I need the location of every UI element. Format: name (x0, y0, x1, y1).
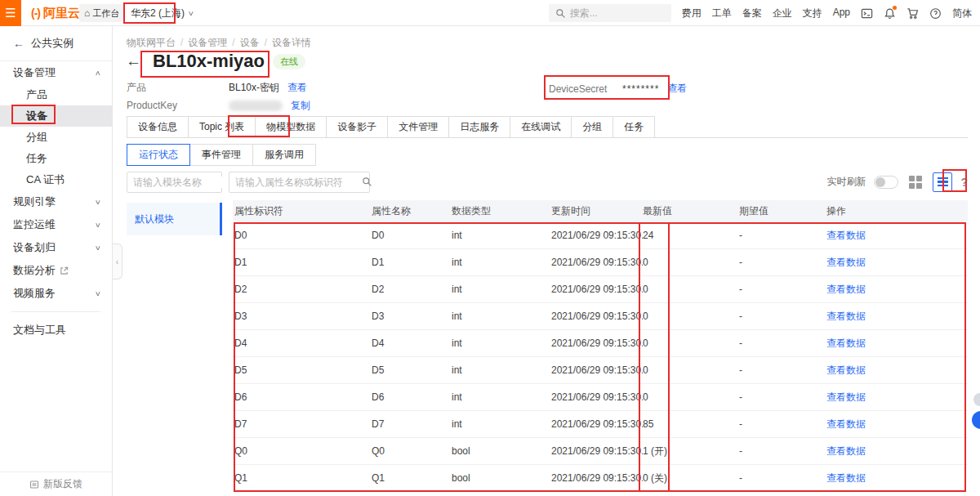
search-icon[interactable] (362, 177, 372, 187)
devicesecret-row: DeviceSecret ******** 查看 (549, 82, 687, 96)
realtime-refresh-label: 实时刷新 (826, 175, 866, 189)
language-selector[interactable]: 简体 (952, 7, 972, 20)
tsl-subtabs: 运行状态事件管理服务调用 (127, 144, 316, 166)
view-data-link[interactable]: 查看数据 (826, 472, 866, 484)
tab-item[interactable]: 物模型数据 (255, 116, 327, 138)
product-value: BL10x-密钥 (229, 81, 279, 95)
aliyun-logo-mark-icon: (-) (31, 7, 40, 20)
cell-identifier: Q1 (233, 472, 372, 484)
tab-item[interactable]: 日志服务 (448, 116, 510, 138)
topbar-menu-item[interactable]: 企业 (773, 7, 792, 20)
sidebar-group-monitor-ops[interactable]: 监控运维 ∨ (0, 213, 112, 236)
help-icon[interactable] (929, 7, 942, 20)
devicesecret-view-link[interactable]: 查看 (667, 82, 687, 96)
cell-time: 2021/06/29 09:15:30.678 (551, 257, 643, 268)
table-row: Q1Q1bool2021/06/29 09:15:30.6780 (关)-查看数… (233, 465, 968, 492)
tab-item[interactable]: 设备影子 (326, 116, 388, 138)
back-arrow-icon[interactable]: ← (126, 52, 141, 70)
sidebar-item-device[interactable]: 设备 (0, 105, 112, 127)
chevron-down-icon: ∨ (95, 290, 101, 297)
feedback-icon (29, 480, 39, 489)
view-controls: 实时刷新 ? (826, 172, 968, 192)
col-time: 更新时间 (551, 204, 643, 218)
tab-item[interactable]: 在线调试 (510, 116, 572, 138)
view-data-link[interactable]: 查看数据 (826, 418, 866, 430)
topbar-menu-item[interactable]: App (833, 7, 850, 20)
table-row: D6D6int2021/06/29 09:15:30.6780-查看数据 (233, 384, 968, 411)
cell-type: int (452, 391, 551, 403)
topbar-menu-item[interactable]: 工单 (712, 7, 732, 20)
topbar-menu-item[interactable]: 备案 (742, 7, 762, 20)
breadcrumb-item[interactable]: 设备管理 (188, 37, 227, 48)
view-data-link[interactable]: 查看数据 (826, 337, 866, 349)
productkey-redacted-value (229, 101, 283, 111)
subtab-item[interactable]: 事件管理 (189, 144, 253, 166)
topbar-menu-item[interactable]: 费用 (682, 7, 702, 20)
cell-time: 2021/06/29 09:15:30.678 (551, 284, 643, 295)
cell-identifier: D4 (233, 337, 372, 349)
productkey-label: ProductKey (127, 100, 229, 111)
sidebar-group-data-analysis[interactable]: 数据分析 (0, 259, 112, 282)
product-view-link[interactable]: 查看 (287, 81, 307, 95)
module-search (127, 172, 222, 193)
region-selector[interactable]: 华东2 (上海) ∨ (131, 0, 194, 26)
sidebar-item-ca-cert[interactable]: CA 证书 (0, 169, 112, 190)
breadcrumb-item[interactable]: 设备 (240, 37, 260, 48)
productkey-copy-link[interactable]: 复制 (291, 99, 310, 113)
subtab-item[interactable]: 服务调用 (252, 144, 316, 166)
topbar-menu-item[interactable]: 支持 (803, 7, 822, 20)
sidebar-group-rules-engine[interactable]: 规则引擎 ∨ (0, 190, 112, 213)
view-data-link[interactable]: 查看数据 (826, 364, 866, 376)
table-help-icon[interactable]: ? (960, 176, 968, 189)
workbench-button[interactable]: ⌂ 工作台 (79, 4, 124, 22)
view-data-link[interactable]: 查看数据 (826, 257, 866, 268)
col-latest: 最新值 (643, 204, 739, 218)
back-icon[interactable]: ← (13, 37, 24, 50)
cell-type: int (452, 257, 551, 268)
region-label: 华东2 (上海) (131, 7, 185, 20)
view-data-link[interactable]: 查看数据 (826, 391, 866, 403)
hamburger-menu-icon[interactable]: ☰ (0, 0, 21, 26)
view-data-link[interactable]: 查看数据 (826, 311, 866, 322)
cell-latest: 0 (643, 311, 739, 322)
sidebar-group-device-assign[interactable]: 设备划归 ∨ (0, 236, 112, 259)
sidebar-nav: 设备管理 ∧ 产品 设备 分组 任务 CA 证书 规则引擎 ∨ 监控运维 ∨ 设… (0, 61, 112, 471)
sidebar-group-video-service[interactable]: 视频服务 ∨ (0, 282, 112, 305)
console-terminal-icon[interactable] (861, 7, 873, 20)
tab-item[interactable]: 任务 (612, 116, 655, 138)
sidebar-collapse-handle[interactable]: ‹ (113, 244, 122, 279)
sidebar-group-device-management[interactable]: 设备管理 ∧ (0, 61, 112, 84)
cell-latest: 0 (643, 284, 739, 295)
productkey-row: ProductKey 复制 (127, 96, 310, 114)
global-search[interactable] (549, 4, 671, 22)
sidebar-item-product[interactable]: 产品 (0, 84, 112, 105)
tab-item[interactable]: 文件管理 (387, 116, 449, 138)
property-search-input[interactable] (235, 177, 362, 188)
card-view-icon[interactable] (906, 173, 924, 191)
page: ☰ (-) 阿里云 ⌂ 工作台 华东2 (上海) ∨ 费用工单备案企业支持App (0, 0, 980, 496)
cell-expected: - (739, 284, 826, 295)
sidebar-item-task[interactable]: 任务 (0, 148, 112, 169)
cell-action: 查看数据 (826, 337, 968, 351)
global-search-input[interactable] (570, 7, 660, 19)
notification-bell-icon[interactable] (884, 7, 896, 20)
chevron-down-icon: ∨ (95, 221, 101, 229)
view-data-link[interactable]: 查看数据 (826, 445, 866, 457)
tab-item[interactable]: 设备信息 (127, 116, 189, 138)
subtab-item[interactable]: 运行状态 (127, 144, 190, 166)
realtime-refresh-toggle[interactable] (874, 176, 898, 189)
table-row: D2D2int2021/06/29 09:15:30.6780-查看数据 (233, 276, 968, 303)
cell-action: 查看数据 (826, 283, 968, 297)
tab-item[interactable]: 分组 (571, 116, 613, 138)
tab-item[interactable]: Topic 列表 (188, 116, 256, 138)
breadcrumb-item[interactable]: 物联网平台 (127, 37, 176, 48)
view-data-link[interactable]: 查看数据 (826, 230, 866, 241)
sidebar-item-docs-tools[interactable]: 文档与工具 (0, 319, 112, 342)
module-item[interactable]: 默认模块 (127, 203, 222, 235)
feedback-button[interactable]: 新版反馈 (0, 471, 112, 496)
cart-icon[interactable] (906, 7, 919, 20)
cell-identifier: D1 (233, 257, 372, 268)
sidebar-item-group[interactable]: 分组 (0, 127, 112, 148)
list-view-icon[interactable] (933, 172, 952, 192)
view-data-link[interactable]: 查看数据 (826, 284, 866, 295)
